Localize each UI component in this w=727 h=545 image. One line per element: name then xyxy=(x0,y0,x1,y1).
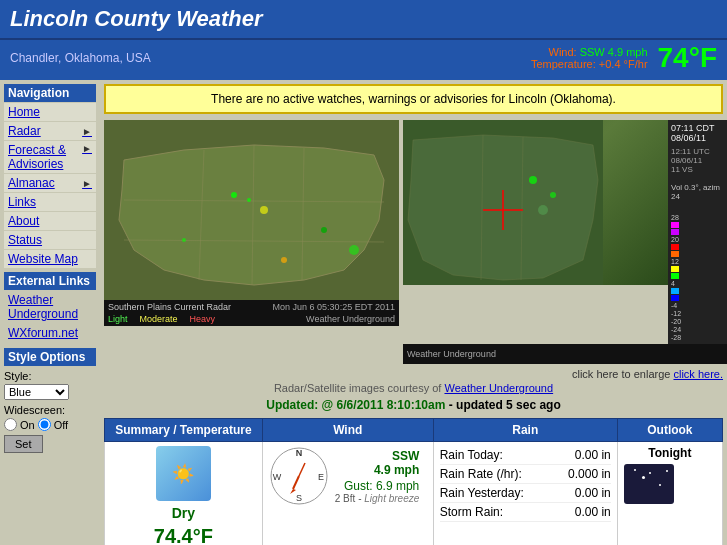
wind-info: Wind: SSW 4.9 mph xyxy=(531,46,648,58)
wind-value: SSW 4.9 mph xyxy=(580,46,648,58)
radar-brand: Weather Underground xyxy=(306,314,395,324)
wind-gust-info: Gust: 6.9 mph xyxy=(335,479,420,493)
sidebar-label-forecast: Forecast &Advisories xyxy=(8,143,66,171)
svg-point-9 xyxy=(321,227,327,233)
outlook-image xyxy=(624,464,674,504)
radar-legend: Light Moderate Heavy Weather Underground xyxy=(108,314,395,324)
gust-value: 6.9 mph xyxy=(376,479,419,493)
sidebar-item-websitemap[interactable]: Website Map xyxy=(4,250,96,268)
svg-point-19 xyxy=(550,192,556,198)
svg-text:S: S xyxy=(296,493,302,503)
widescreen-off-radio[interactable] xyxy=(38,418,51,431)
widescreen-on-label: On xyxy=(20,419,35,431)
rain-label-1: Rain Rate (/hr): xyxy=(440,467,522,481)
svg-point-7 xyxy=(247,198,251,202)
rain-row-1: Rain Rate (/hr): 0.000 in xyxy=(440,465,611,484)
temp-change: +0.4 °F/hr xyxy=(599,58,648,70)
outlook-label: Tonight xyxy=(624,446,716,460)
courtesy-link[interactable]: Weather Underground xyxy=(444,382,553,394)
radar-right-brand: Weather Underground xyxy=(407,349,496,359)
svg-point-6 xyxy=(231,192,237,198)
wind-label: Wind: xyxy=(549,46,577,58)
style-section-title: Style Options xyxy=(4,348,96,366)
sidebar-link-wu[interactable]: WeatherUnderground xyxy=(4,291,96,323)
radar-map-left xyxy=(104,120,399,300)
rain-value-0: 0.00 in xyxy=(575,448,611,462)
courtesy-section: Radar/Satellite images courtesy of Weath… xyxy=(104,382,723,394)
site-title: Lincoln County Weather xyxy=(10,6,717,32)
rain-cell: Rain Today: 0.00 in Rain Rate (/hr): 0.0… xyxy=(433,442,617,546)
sidebar: Navigation Home Radar ► Forecast &Adviso… xyxy=(0,80,100,545)
arrow-icon-forecast: ► xyxy=(82,143,92,171)
rain-label-3: Storm Rain: xyxy=(440,505,503,519)
legend-heavy: Heavy xyxy=(190,314,216,324)
sidebar-item-about[interactable]: About xyxy=(4,212,96,230)
summary-temp: 74.4°F xyxy=(154,525,213,545)
radar-svg-left xyxy=(104,120,399,300)
radar-left-container: Southern Plains Current Radar Mon Jun 6 … xyxy=(104,120,399,364)
style-label: Style: xyxy=(4,370,96,382)
enlarge-link[interactable]: click here. xyxy=(673,368,723,380)
alert-bar: There are no active watches, warnings or… xyxy=(104,84,723,114)
color-scale: 28 20 12 4 xyxy=(671,214,727,341)
sidebar-label-radar: Radar xyxy=(8,124,41,138)
bft-desc: Light breeze xyxy=(364,493,419,504)
wind-cell: N E S W SSW xyxy=(262,442,433,546)
svg-point-11 xyxy=(349,245,359,255)
set-button[interactable]: Set xyxy=(4,435,43,453)
sidebar-label-links: Links xyxy=(8,195,36,209)
style-select[interactable]: Blue Green Red Default xyxy=(4,384,69,400)
widescreen-on-radio[interactable] xyxy=(4,418,17,431)
sidebar-item-forecast[interactable]: Forecast &Advisories ► xyxy=(4,141,96,173)
radar-caption: Southern Plains Current Radar Mon Jun 6 … xyxy=(104,300,399,326)
bft-label: 2 Bft - xyxy=(335,493,362,504)
col-header-rain: Rain xyxy=(433,419,617,442)
radar-map-right xyxy=(403,120,668,285)
svg-point-12 xyxy=(281,257,287,263)
sidebar-item-links[interactable]: Links xyxy=(4,193,96,211)
wind-speed-val: 4.9 mph xyxy=(374,463,419,477)
rain-row-0: Rain Today: 0.00 in xyxy=(440,446,611,465)
svg-point-20 xyxy=(538,205,548,215)
sidebar-label-home: Home xyxy=(8,105,40,119)
enlarge-section: click here to enlarge click here. xyxy=(104,368,723,380)
col-header-outlook: Outlook xyxy=(617,419,722,442)
wind-dir-speed: SSW 4.9 mph xyxy=(335,449,420,477)
sidebar-item-almanac[interactable]: Almanac ► xyxy=(4,174,96,192)
alert-message: There are no active watches, warnings or… xyxy=(211,92,616,106)
summary-condition: Dry xyxy=(172,505,195,521)
enlarge-prefix: click here to enlarge xyxy=(572,368,670,380)
svg-text:W: W xyxy=(273,472,282,482)
main-layout: Navigation Home Radar ► Forecast &Adviso… xyxy=(0,80,727,545)
location-label: Chandler, Oklahoma, USA xyxy=(10,51,151,65)
arrow-icon: ► xyxy=(82,126,92,137)
updated-suffix: - updated 5 sec ago xyxy=(449,398,561,412)
weather-icon: ☀️ xyxy=(156,446,211,501)
compass-rose: N E S W xyxy=(269,446,329,506)
wind-bft: 2 Bft - Light breeze xyxy=(335,493,420,504)
radar-right-inner: 07:11 CDT 08/06/11 12:11 UTC 08/06/11 11… xyxy=(403,120,727,344)
radar-date-caption: Mon Jun 6 05:30:25 EDT 2011 xyxy=(273,302,395,312)
rain-value-2: 0.00 in xyxy=(575,486,611,500)
rain-value-3: 0.00 in xyxy=(575,505,611,519)
updated-datetime: @ 6/6/2011 8:10:10am xyxy=(322,398,446,412)
temp-label: Temperature: xyxy=(531,58,596,70)
sidebar-item-status[interactable]: Status xyxy=(4,231,96,249)
rain-label-0: Rain Today: xyxy=(440,448,503,462)
subheader-bar: Chandler, Oklahoma, USA Wind: SSW 4.9 mp… xyxy=(0,40,727,80)
sidebar-label-about: About xyxy=(8,214,39,228)
widescreen-off-label: Off xyxy=(54,419,68,431)
arrow-icon-almanac: ► xyxy=(82,178,92,189)
sidebar-link-wxforum[interactable]: WXforum.net xyxy=(4,324,96,342)
rain-label-2: Rain Yesterday: xyxy=(440,486,524,500)
outlook-cell: Tonight xyxy=(617,442,722,546)
rain-row-3: Storm Rain: 0.00 in xyxy=(440,503,611,522)
current-temp: 74°F xyxy=(658,42,717,74)
legend-light: Light xyxy=(108,314,128,324)
sidebar-item-home[interactable]: Home xyxy=(4,103,96,121)
external-section-title: External Links xyxy=(4,272,96,290)
svg-text:N: N xyxy=(296,448,303,458)
col-header-summary: Summary / Temperature xyxy=(105,419,263,442)
sidebar-label-almanac: Almanac xyxy=(8,176,55,190)
sidebar-item-radar[interactable]: Radar ► xyxy=(4,122,96,140)
